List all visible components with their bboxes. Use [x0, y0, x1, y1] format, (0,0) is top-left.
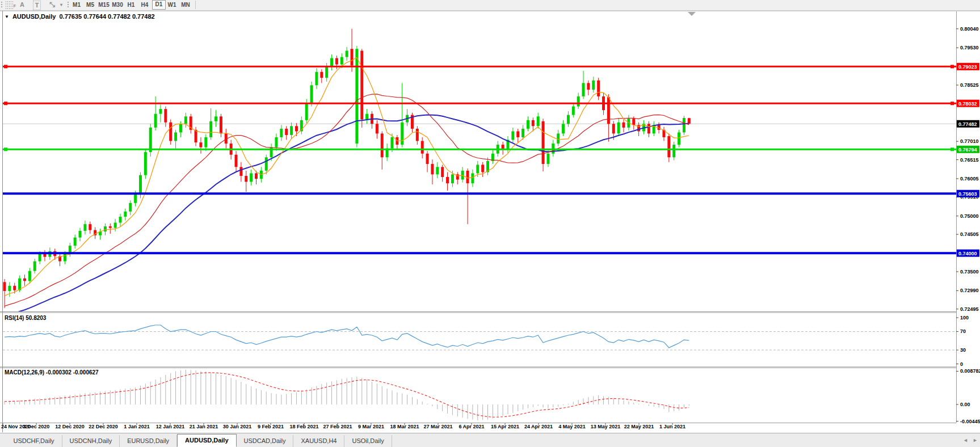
tabs-scroll-right-icon[interactable]: ►	[973, 437, 978, 443]
candle-body	[13, 286, 16, 290]
timeframe-button-w1[interactable]: W1	[166, 1, 178, 9]
time-axis[interactable]: 24 Nov 20203 Dec 202012 Dec 202022 Dec 2…	[1, 423, 685, 429]
timeframe-button-d1[interactable]: D1	[152, 0, 166, 10]
price-badge-label: 0.74000	[958, 251, 977, 256]
hline-handle[interactable]	[950, 65, 954, 68]
candle-body	[527, 120, 529, 129]
time-tick-label: 9 Mar 2021	[358, 424, 384, 429]
candle-body	[119, 217, 122, 222]
hline-handle[interactable]	[4, 65, 7, 68]
hline-handle[interactable]	[4, 102, 7, 105]
time-tick-label: 27 Feb 2021	[323, 424, 352, 429]
hline-handle[interactable]	[950, 147, 954, 151]
price-tick-label: 0.79530	[960, 45, 979, 50]
timeframe-button-m1[interactable]: M1	[70, 1, 83, 9]
candle-body	[164, 109, 167, 123]
candle-body	[33, 262, 36, 271]
price-tick-label: 0.72495	[960, 306, 979, 312]
candle-body	[351, 49, 354, 65]
chart-tab-usdcnh[interactable]: USDCNH,Daily	[62, 435, 120, 447]
candle-body	[174, 132, 177, 141]
chart-area[interactable]: 0.800400.795300.785250.770100.765150.760…	[0, 10, 980, 433]
mt4-window: F A T ⤡ ▾ M1M5M15M30H1H4D1W1MN 0.800400.…	[0, 0, 980, 447]
ohlc-values: 0.77635 0.77644 0.77482 0.77482	[59, 13, 154, 20]
price-tick-label: 0.76005	[960, 176, 979, 182]
candle-body	[325, 67, 328, 78]
candle-body	[43, 254, 46, 257]
timeframe-button-m15[interactable]: M15	[98, 1, 110, 9]
time-tick-label: 22 Dec 2020	[89, 424, 118, 429]
candle-body	[360, 50, 363, 119]
timeframe-button-m5[interactable]: M5	[84, 1, 96, 9]
toolbar-grip[interactable]	[67, 1, 70, 9]
time-tick-label: 21 Jan 2021	[190, 424, 218, 429]
candle-body	[3, 282, 6, 291]
objects-dropdown-icon[interactable]: ▼	[5, 14, 9, 19]
cursor-modes-icon[interactable]: ⤡	[48, 1, 57, 9]
chart-tab-bar: USDCHF,DailyUSDCNH,DailyEURUSD,DailyAUDU…	[0, 433, 980, 447]
candle-body	[647, 124, 650, 133]
price-tick-label: 0.73500	[960, 269, 979, 275]
timeframe-button-m30[interactable]: M30	[111, 1, 124, 9]
candle-body	[617, 123, 620, 134]
hline-handle[interactable]	[4, 147, 7, 151]
text-box-icon[interactable]: T	[33, 1, 41, 10]
candle-body	[295, 126, 298, 131]
time-tick-label: 30 Jan 2021	[223, 424, 252, 429]
macd-tick-label: -0.004451	[960, 419, 980, 424]
candle-body	[678, 132, 680, 145]
time-tick-label: 3 Dec 2020	[23, 424, 50, 429]
rsi-tick-label: 30	[960, 347, 966, 353]
candle-body	[466, 171, 469, 183]
candle-body	[521, 129, 524, 137]
candle-body	[290, 126, 293, 135]
tabs-scroll-left-icon[interactable]: ◄	[963, 437, 968, 443]
candle-body	[446, 177, 449, 183]
candle-body	[471, 173, 474, 183]
time-tick-label: 27 Mar 2021	[423, 424, 452, 429]
candle-body	[305, 103, 308, 120]
candle-body	[214, 116, 217, 121]
chart-tab-eurusd[interactable]: EURUSD,Daily	[120, 435, 177, 447]
toolbar-grip[interactable]	[1, 1, 3, 9]
candle-body	[623, 123, 625, 128]
chart-tab-usoil[interactable]: USOil,Daily	[344, 435, 392, 447]
fibonacci-lines-icon[interactable]: F	[5, 1, 14, 9]
chart-tab-audusd[interactable]: AUDUSD,Daily	[177, 434, 236, 447]
chart-title: ▼AUDUSD,Daily 0.77635 0.77644 0.77482 0.…	[5, 13, 155, 20]
candle-body	[239, 167, 242, 176]
toolbar: F A T ⤡ ▾ M1M5M15M30H1H4D1W1MN	[0, 0, 980, 11]
chart-tab-usdcad[interactable]: USDCAD,Daily	[237, 435, 294, 447]
price-badge-label: 0.76794	[958, 147, 977, 153]
candle-body	[330, 58, 333, 66]
chart-canvas[interactable]: 0.800400.795300.785250.770100.765150.760…	[0, 10, 980, 433]
chart-background	[0, 10, 980, 433]
candle-body	[537, 116, 540, 126]
candle-body	[154, 114, 157, 128]
candle-body	[340, 57, 343, 65]
timeframe-button-h1[interactable]: H1	[125, 1, 137, 9]
candle-body	[587, 83, 590, 90]
candle-body	[23, 279, 26, 281]
rsi-indicator-label: RSI(14) 50.8203	[5, 315, 46, 321]
timeframe-button-mn[interactable]: MN	[179, 1, 192, 9]
time-tick-label: 12 Jan 2021	[156, 424, 185, 429]
text-label-icon[interactable]: A	[18, 1, 26, 9]
candle-body	[572, 107, 575, 115]
candle-body	[149, 128, 152, 152]
candle-body	[79, 231, 82, 238]
candle-body	[683, 118, 685, 133]
candle-body	[144, 152, 147, 175]
macd-tick-label: 0.00	[960, 402, 970, 407]
timeframe-button-h4[interactable]: H4	[138, 1, 151, 9]
candle-body	[431, 164, 434, 174]
time-tick-label: 6 Apr 2021	[459, 424, 484, 429]
dropdown-caret-icon[interactable]: ▾	[58, 1, 64, 9]
rsi-tick-label: 0	[960, 361, 963, 367]
hline-handle[interactable]	[950, 102, 954, 105]
macd-tick-label: 0.008782	[960, 368, 980, 374]
chart-tab-usdchf[interactable]: USDCHF,Daily	[6, 435, 62, 447]
chart-tab-xauusd[interactable]: XAUUSD,H4	[293, 435, 344, 447]
candle-body	[235, 155, 238, 167]
time-tick-label: 4 May 2021	[558, 424, 586, 429]
